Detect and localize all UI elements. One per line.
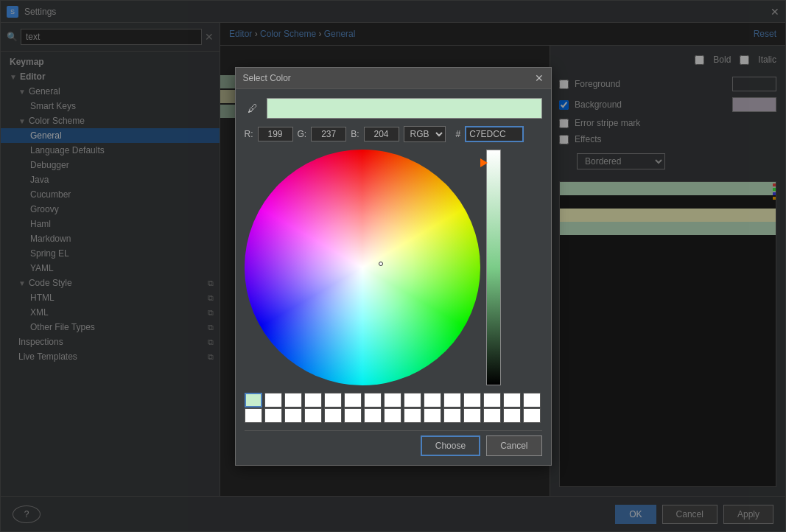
dialog-close-button[interactable]: ✕ (535, 72, 544, 84)
hex-label: # (456, 129, 461, 139)
dialog-cancel-button[interactable]: Cancel (486, 435, 541, 456)
swatch-5[interactable] (344, 393, 362, 407)
swatch-11[interactable] (463, 393, 481, 407)
hue-wheel[interactable] (245, 150, 480, 385)
swatch-16[interactable] (264, 408, 282, 423)
swatch-24[interactable] (424, 408, 441, 423)
swatch-29[interactable] (523, 408, 541, 423)
swatch-26[interactable] (463, 408, 481, 423)
swatches-grid (245, 393, 542, 423)
g-input[interactable] (311, 127, 346, 141)
color-mode-select[interactable]: RGB HSB (404, 126, 446, 142)
dark-overlay (245, 150, 480, 385)
swatch-22[interactable] (384, 408, 401, 423)
swatch-10[interactable] (443, 393, 461, 407)
swatch-19[interactable] (324, 408, 342, 423)
brightness-track (486, 150, 501, 385)
eyedropper-button[interactable]: 🖊 (245, 100, 261, 116)
choose-button[interactable]: Choose (421, 435, 480, 456)
brightness-slider[interactable] (486, 150, 501, 385)
b-input[interactable] (364, 127, 399, 141)
swatch-15[interactable] (245, 408, 262, 423)
g-label: G: (298, 129, 307, 139)
color-preview-rect (267, 98, 542, 119)
swatch-21[interactable] (364, 408, 382, 423)
dialog-body: 🖊 R: G: B: RGB HSB # (236, 89, 551, 465)
b-label: B: (351, 129, 359, 139)
r-label: R: (245, 129, 253, 139)
swatch-4[interactable] (324, 393, 342, 407)
swatch-20[interactable] (344, 408, 362, 423)
swatch-18[interactable] (304, 408, 322, 423)
swatch-8[interactable] (404, 393, 421, 407)
swatch-9[interactable] (424, 393, 441, 407)
brightness-arrow (480, 158, 488, 167)
dialog-buttons: Choose Cancel (245, 430, 542, 456)
swatch-27[interactable] (483, 408, 501, 423)
color-preview-bar: 🖊 (245, 98, 542, 119)
swatch-17[interactable] (284, 408, 302, 423)
hex-input[interactable] (465, 126, 524, 142)
swatch-28[interactable] (503, 408, 521, 423)
swatch-3[interactable] (304, 393, 322, 407)
swatch-12[interactable] (483, 393, 501, 407)
color-wheel-container (245, 150, 542, 385)
swatch-13[interactable] (503, 393, 521, 407)
swatch-1[interactable] (264, 393, 282, 407)
swatch-7[interactable] (384, 393, 401, 407)
swatch-0[interactable] (245, 393, 262, 407)
swatch-25[interactable] (443, 408, 461, 423)
swatch-6[interactable] (364, 393, 382, 407)
swatch-14[interactable] (523, 393, 541, 407)
color-dialog: Select Color ✕ 🖊 R: G: B: RGB HSB (235, 67, 552, 466)
swatch-23[interactable] (404, 408, 421, 423)
dialog-titlebar: Select Color ✕ (236, 68, 551, 89)
r-input[interactable] (258, 127, 293, 141)
rgb-inputs-row: R: G: B: RGB HSB # (245, 126, 542, 142)
swatch-2[interactable] (284, 393, 302, 407)
dialog-overlay: Select Color ✕ 🖊 R: G: B: RGB HSB (0, 0, 786, 532)
color-wheel-wrapper[interactable] (245, 150, 480, 385)
dialog-title: Select Color (243, 73, 291, 83)
